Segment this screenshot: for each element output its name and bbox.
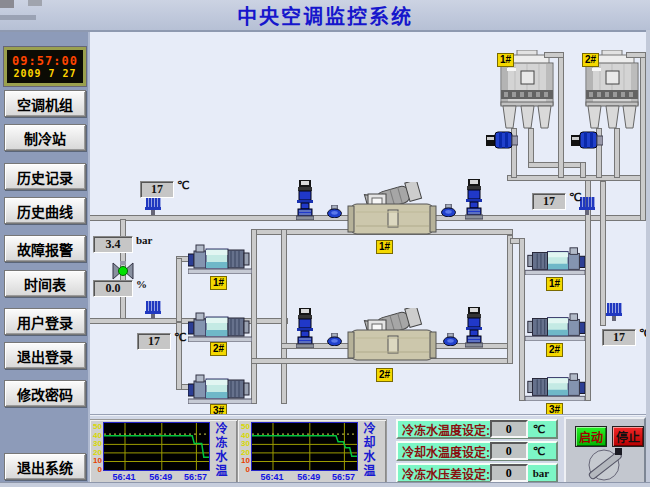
sidebar-item-refrigeration-station[interactable]: 制冷站: [4, 124, 86, 151]
temp-sensor-2-icon: [143, 301, 163, 319]
small-valve-4: [443, 332, 458, 345]
trend-chart-cooling-water-temp: 5040302010056:4156:4956:57冷却水温: [237, 419, 387, 484]
sidebar-item-exit-system[interactable]: 退出系统: [4, 453, 86, 480]
window-frame: [0, 482, 650, 487]
page-title: 中央空调监控系统: [237, 1, 413, 30]
sidebar-item-ahu[interactable]: 空调机组: [4, 90, 86, 117]
tag-chiller-2: 2#: [376, 368, 393, 382]
pipe: [558, 56, 564, 178]
stop-button[interactable]: 停止: [612, 426, 644, 447]
tag-cw-pump-1: 1#: [546, 277, 563, 291]
clock-display: 09:57:00 2009 7 27: [4, 47, 86, 86]
chart-axis-title: 冷却水温: [362, 422, 374, 480]
small-valve-1: [327, 204, 342, 217]
sidebar: 09:57:00 2009 7 27 空调机组 制冷站 历史记录 历史曲线 故障…: [0, 30, 90, 487]
start-button[interactable]: 启动: [575, 426, 607, 447]
window-frame-artifact: [28, 0, 42, 6]
x-axis-tick: 56:49: [294, 472, 324, 482]
setpoint-row-cw-temp: 冷却水温度设定: 0 ℃: [396, 441, 558, 461]
temp-sensor-1-icon: [143, 197, 163, 215]
x-axis-tick: 56:57: [328, 472, 358, 482]
small-valve-3: [327, 332, 342, 345]
chw-pump-2[interactable]: [188, 310, 252, 342]
valve-handle-icon: [582, 445, 628, 487]
cw-pump-2[interactable]: [525, 311, 585, 341]
pipe: [614, 128, 620, 178]
title-bar: 中央空调监控系统: [0, 0, 650, 32]
inline-pump-3[interactable]: [296, 308, 314, 348]
sidebar-item-change-password[interactable]: 修改密码: [4, 380, 86, 407]
sidebar-item-fault-alarm[interactable]: 故障报警: [4, 235, 86, 262]
y-axis-tick: 0: [90, 465, 102, 474]
x-axis-tick: 56:41: [257, 472, 287, 482]
trend-chart-chilled-water-temp: 5040302010056:4156:4956:57冷冻水温: [89, 419, 238, 484]
pipe: [507, 175, 646, 181]
pressure-display: 3.4bar: [93, 234, 153, 253]
tag-cw-pump-2: 2#: [546, 343, 563, 357]
chw-pump-3[interactable]: [188, 372, 252, 404]
tag-chiller-1: 1#: [376, 240, 393, 254]
setpoint-input-chw-temp[interactable]: 0: [490, 420, 528, 438]
tower-valve-1[interactable]: [486, 130, 518, 150]
chiller-2[interactable]: [346, 308, 438, 366]
temp-display-cw-supply: 17℃: [602, 327, 650, 346]
sidebar-item-history-curves[interactable]: 历史曲线: [4, 197, 86, 224]
window-frame: [646, 30, 650, 487]
temp-display-chw-return: 17℃: [137, 331, 186, 350]
temp-display-chw-supply: 17℃: [140, 179, 189, 198]
sidebar-item-schedule[interactable]: 时间表: [4, 270, 86, 297]
inline-pump-2[interactable]: [465, 178, 483, 220]
y-axis-tick: 0: [238, 465, 250, 474]
sidebar-item-history-records[interactable]: 历史记录: [4, 163, 86, 190]
pipe: [626, 52, 646, 58]
temp-sensor-4-icon: [604, 303, 624, 321]
chart-axis-title: 冷冻水温: [214, 422, 226, 480]
setpoint-row-chw-temp: 冷冻水温度设定: 0 ℃: [396, 419, 558, 439]
cw-pump-3[interactable]: [525, 371, 585, 401]
setpoint-input-chw-dp[interactable]: 0: [490, 464, 528, 482]
window-frame-artifact: [0, 15, 36, 20]
tag-cooling-tower-2: 2#: [582, 53, 599, 67]
bypass-percent-display: 0.0%: [93, 278, 147, 297]
sidebar-item-user-login[interactable]: 用户登录: [4, 308, 86, 335]
inline-pump-1[interactable]: [296, 180, 314, 220]
tag-chw-pump-2: 2#: [210, 342, 227, 356]
setpoint-input-cw-temp[interactable]: 0: [490, 442, 528, 460]
small-valve-2: [441, 203, 456, 216]
chw-pump-1[interactable]: [188, 242, 252, 274]
x-axis-tick: 56:57: [180, 472, 210, 482]
chart-plot-area: [251, 422, 358, 471]
clock-time: 09:57:00: [12, 54, 78, 68]
bypass-valve[interactable]: [112, 260, 134, 280]
tower-valve-2[interactable]: [571, 130, 603, 150]
window-frame-artifact: [0, 0, 14, 8]
inline-pump-4[interactable]: [465, 306, 483, 348]
setpoint-row-chw-dp: 冷冻水压差设定: 0 bar: [396, 463, 558, 483]
pipe: [528, 162, 586, 168]
temp-display-cw-return: 17℃: [532, 191, 581, 210]
chart-plot-area: [103, 422, 210, 471]
x-axis-tick: 56:41: [109, 472, 139, 482]
tag-cooling-tower-1: 1#: [497, 53, 514, 67]
pipe: [176, 258, 182, 322]
cw-pump-1[interactable]: [525, 245, 585, 275]
tag-chw-pump-1: 1#: [210, 276, 227, 290]
pipe: [544, 52, 564, 58]
pipe: [580, 162, 586, 178]
clock-date: 2009 7 27: [13, 68, 76, 79]
system-control-panel: 启动 停止: [564, 417, 646, 484]
sidebar-item-logout[interactable]: 退出登录: [4, 342, 86, 369]
x-axis-tick: 56:49: [146, 472, 176, 482]
pipe: [281, 229, 287, 404]
pipe: [507, 235, 513, 364]
chiller-1[interactable]: [346, 182, 438, 240]
